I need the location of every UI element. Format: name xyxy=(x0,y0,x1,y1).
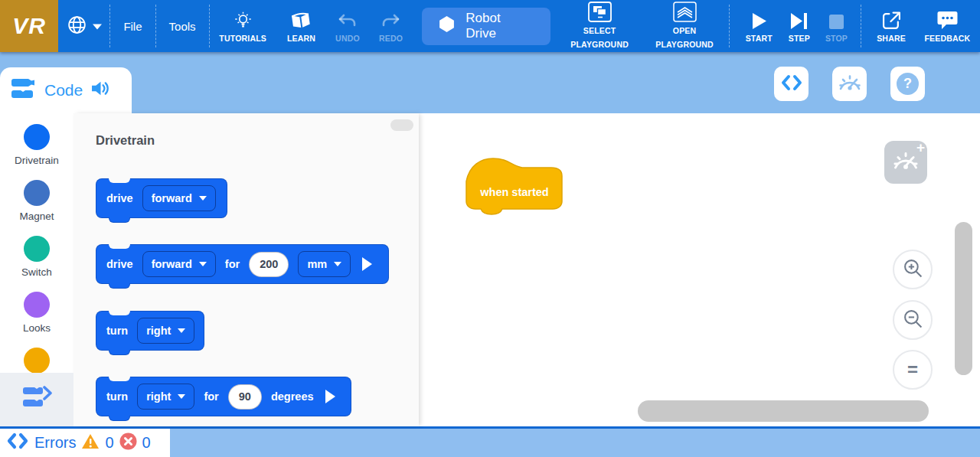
block-word: drive xyxy=(106,258,133,270)
sidebar-item-looks[interactable]: Looks xyxy=(0,292,74,334)
share-label: SHARE xyxy=(877,34,906,43)
redo-button[interactable]: REDO xyxy=(369,0,413,52)
switch-category-dot xyxy=(24,236,50,262)
block-bump xyxy=(109,350,130,355)
globe-icon xyxy=(67,15,87,38)
block-turn-for[interactable]: turn right for 90 degrees xyxy=(96,377,351,416)
monitor-console-button[interactable] xyxy=(832,67,867,101)
block-word: turn xyxy=(106,390,128,403)
open-playground-icon xyxy=(673,2,697,22)
select-playground-label-2: PLAYGROUND xyxy=(570,40,629,50)
workspace-canvas[interactable]: when started + xyxy=(419,113,980,426)
events-category-dot xyxy=(24,348,50,374)
category-label: Switch xyxy=(0,266,74,278)
stop-button[interactable]: STOP xyxy=(818,0,855,52)
errors-label: Errors xyxy=(34,434,76,452)
turn-direction-dropdown[interactable]: right xyxy=(137,384,194,410)
palette-collapse-handle[interactable] xyxy=(390,119,413,131)
block-bump xyxy=(109,283,130,289)
warning-icon xyxy=(81,433,100,453)
code-chevrons-icon xyxy=(6,433,29,453)
vertical-scrollbar[interactable] xyxy=(955,222,972,375)
zoom-reset-icon: = xyxy=(907,359,918,380)
magnet-category-dot xyxy=(24,180,50,206)
zoom-reset-button[interactable]: = xyxy=(893,350,933,390)
sidebar-item-magnet[interactable]: Magnet xyxy=(0,180,74,222)
block-notch xyxy=(109,178,130,183)
menu-file[interactable]: File xyxy=(110,0,155,52)
feedback-icon xyxy=(937,10,958,30)
main-area: Drivetrain Magnet Switch Looks xyxy=(0,113,980,426)
zoom-in-button[interactable] xyxy=(893,250,933,289)
block-palette: Drivetrain drive forward drive forward f… xyxy=(74,113,419,426)
horizontal-scrollbar[interactable] xyxy=(638,400,929,422)
book-icon xyxy=(290,10,312,30)
stop-icon xyxy=(828,10,844,30)
tutorials-button[interactable]: TUTORIALS xyxy=(210,0,276,52)
toolbar-separator xyxy=(861,5,861,47)
sidebar-item-drivetrain[interactable]: Drivetrain xyxy=(0,124,74,166)
category-label: Looks xyxy=(0,322,74,334)
unit-dropdown[interactable]: mm xyxy=(298,251,351,277)
start-button[interactable]: START xyxy=(737,0,780,52)
dropdown-value: right xyxy=(146,390,171,403)
menu-tools[interactable]: Tools xyxy=(156,0,209,52)
block-drive[interactable]: drive forward xyxy=(96,178,227,218)
step-button[interactable]: STEP xyxy=(780,0,818,52)
project-name-button[interactable]: Robot Drive xyxy=(422,8,550,45)
block-notch xyxy=(109,244,130,249)
sidebar-item-switch[interactable]: Switch xyxy=(0,236,74,278)
tab-code[interactable]: Code xyxy=(0,67,132,113)
looks-category-dot xyxy=(24,292,50,318)
feedback-label: FEEDBACK xyxy=(924,34,970,43)
gauge-icon xyxy=(838,73,862,96)
speaker-icon[interactable] xyxy=(91,80,110,101)
undo-button[interactable]: UNDO xyxy=(326,0,369,52)
open-playground-button[interactable]: OPEN PLAYGROUND xyxy=(640,0,730,52)
code-chevrons-icon xyxy=(781,74,802,94)
play-icon xyxy=(751,10,767,30)
category-label: Magnet xyxy=(0,211,74,222)
dropdown-value: forward xyxy=(152,192,192,204)
undo-icon xyxy=(338,10,357,30)
undo-label: UNDO xyxy=(335,34,360,43)
zoom-out-button[interactable] xyxy=(893,300,933,340)
code-viewer-button[interactable] xyxy=(774,67,808,101)
top-toolbar: VR File Tools TUTORIALS xyxy=(0,0,980,52)
hat-block-label: when started xyxy=(476,186,553,198)
zoom-out-icon xyxy=(903,308,923,332)
direction-dropdown[interactable]: forward xyxy=(142,251,216,277)
turn-direction-dropdown[interactable]: right xyxy=(137,318,194,344)
add-monitor-button[interactable]: + xyxy=(884,141,927,184)
errors-panel[interactable]: Errors 0 0 xyxy=(0,429,170,457)
zoom-in-icon xyxy=(903,258,923,282)
learn-button[interactable]: LEARN xyxy=(276,0,326,52)
angle-input[interactable]: 90 xyxy=(228,384,262,410)
learn-label: LEARN xyxy=(287,34,315,43)
block-turn[interactable]: turn right xyxy=(96,311,204,351)
caret-down-icon xyxy=(178,328,185,333)
palette-heading: Drivetrain xyxy=(96,133,155,148)
language-menu-button[interactable] xyxy=(58,0,109,52)
block-drive-for[interactable]: drive forward for 200 mm xyxy=(96,244,389,284)
block-bump xyxy=(109,217,130,223)
blocks-palette-toggle[interactable] xyxy=(0,373,74,426)
chevron-down-icon xyxy=(93,19,102,33)
run-block-icon[interactable] xyxy=(362,257,372,271)
feedback-button[interactable]: FEEDBACK xyxy=(915,0,980,52)
toolbar-separator xyxy=(729,5,730,47)
block-bump xyxy=(109,416,130,421)
run-block-icon[interactable] xyxy=(325,390,335,403)
help-button[interactable]: ? xyxy=(890,67,925,101)
block-word: turn xyxy=(106,325,128,337)
direction-dropdown[interactable]: forward xyxy=(142,185,216,211)
caret-down-icon xyxy=(199,262,207,266)
distance-input[interactable]: 200 xyxy=(249,252,289,277)
when-started-block[interactable]: when started xyxy=(466,155,564,217)
select-playground-button[interactable]: SELECT PLAYGROUND xyxy=(560,0,640,52)
share-button[interactable]: SHARE xyxy=(867,0,914,52)
share-icon xyxy=(882,10,901,30)
drivetrain-category-dot xyxy=(24,124,50,150)
plus-badge: + xyxy=(916,139,925,156)
blocks-arrow-icon xyxy=(21,385,53,414)
